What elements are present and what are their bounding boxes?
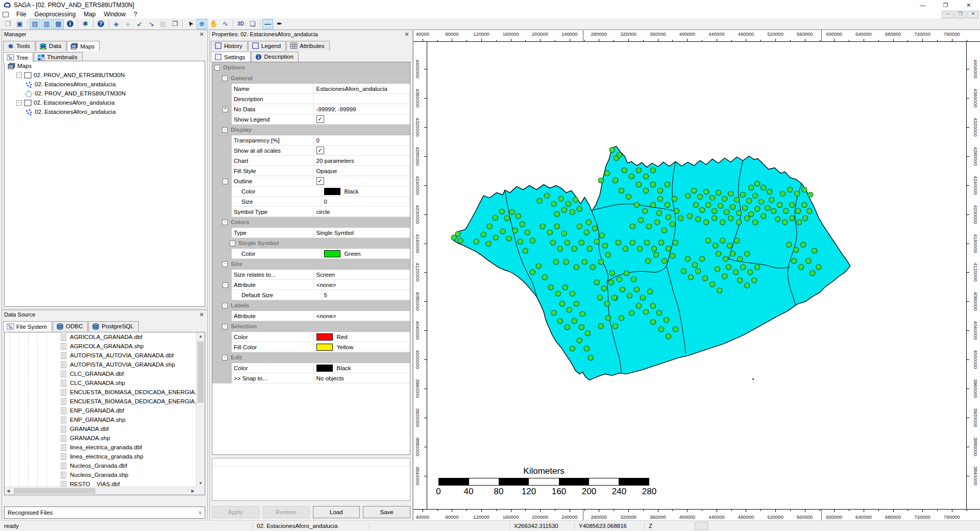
section-row[interactable]: -Display — [212, 125, 410, 135]
property-row[interactable]: Color Black — [212, 186, 410, 197]
property-row[interactable]: Default Size 5 — [212, 290, 410, 300]
section-row[interactable]: -Size — [212, 259, 410, 270]
zoom-active-layer-icon[interactable]: ↙ — [134, 19, 145, 29]
show-properties-icon[interactable]: ▦ — [53, 19, 64, 29]
object-properties-icon[interactable]: i — [65, 19, 76, 29]
section-row[interactable]: -Options — [212, 62, 410, 73]
file-item[interactable]: CLC_GRANADA.shp — [5, 378, 205, 388]
section-row[interactable]: -Colors — [212, 217, 410, 228]
property-row[interactable]: Chart 20 parameters — [212, 156, 410, 166]
tool-libraries-icon[interactable]: ✱ — [80, 19, 91, 29]
file-filter-combo[interactable]: Recognised Files ˅ — [4, 506, 205, 519]
mdi-minimize-button[interactable]: — — [942, 11, 953, 18]
property-row[interactable]: Fill Style Opaque — [212, 166, 410, 176]
file-item[interactable]: AGRICOLA_GRANADA.shp — [5, 342, 205, 351]
expander-icon[interactable]: - — [222, 261, 228, 267]
open-file-icon[interactable]: ❒ — [3, 19, 13, 29]
property-row[interactable]: Attribute <none> — [212, 311, 410, 321]
view-3d-icon[interactable]: 3D — [235, 19, 246, 29]
property-row[interactable]: Name EstacionesAforo_andalucia — [212, 84, 410, 94]
tab-legend[interactable]: Legend — [248, 41, 286, 51]
property-row[interactable]: Description — [212, 94, 410, 104]
expander-icon[interactable]: - — [222, 324, 228, 329]
color-swatch[interactable] — [324, 188, 340, 195]
print-map-icon[interactable]: ❏ — [247, 19, 258, 29]
expander-icon[interactable]: - — [214, 65, 220, 70]
help-icon[interactable]: ? — [95, 19, 106, 29]
tree-item[interactable]: 02. EstacionesAforo_andalucia — [5, 107, 205, 116]
data-source-close-icon[interactable]: ✕ — [198, 311, 205, 320]
file-list[interactable]: AGRICOLA_GRANADA.dbfAGRICOLA_GRANADA.shp… — [4, 332, 205, 495]
file-item[interactable]: linea_electrica_granada.dbf — [5, 443, 205, 452]
property-row[interactable]: Show Legend ✓ — [212, 114, 410, 125]
file-item[interactable]: AUTOPISTA_AUTOVIA_GRANADA.dbf — [5, 351, 205, 360]
property-row[interactable]: - Attribute <none> — [212, 280, 410, 290]
property-row[interactable]: - Outline ✓ — [212, 176, 410, 186]
property-row[interactable]: + No Data -99999; -99999 — [212, 104, 410, 114]
file-item[interactable]: Nucleos_Granada.shp — [5, 470, 205, 479]
expander-icon[interactable]: - — [223, 179, 228, 184]
expander-icon[interactable]: - — [223, 282, 228, 288]
mdi-close-button[interactable]: ✕ — [967, 11, 979, 18]
property-row[interactable]: Size relates to... Screen — [212, 270, 410, 280]
property-row[interactable]: Color Green — [212, 249, 410, 259]
pan-tool-icon[interactable]: ✋ — [208, 19, 219, 29]
file-item[interactable]: ENP_GRANADA.shp — [5, 415, 205, 424]
tab-settings[interactable]: Settings — [211, 52, 251, 62]
vertical-scrollbar[interactable]: ▲▼ — [196, 332, 205, 495]
file-item[interactable]: AGRICOLA_GRANADA.dbf — [5, 332, 205, 342]
manager-close-icon[interactable]: ✕ — [198, 31, 205, 40]
close-button[interactable]: ✕ — [957, 0, 980, 10]
tab-file-system[interactable]: File System — [3, 321, 52, 331]
property-row[interactable]: Transparency [%] 0 — [212, 135, 410, 146]
expander-icon[interactable]: - — [222, 76, 228, 81]
property-row[interactable]: >> Snap to... No objects — [212, 373, 410, 383]
section-row[interactable]: -Selection — [212, 321, 410, 332]
menu-file[interactable]: File — [12, 10, 30, 18]
tree-item[interactable]: 02. PROV_AND_ETRS89UTM30N — [5, 89, 205, 98]
tree-item[interactable]: Maps — [5, 61, 205, 70]
file-item[interactable]: ENP_GRANADA.dbf — [5, 406, 205, 415]
property-row[interactable]: Type Single Symbol — [212, 228, 410, 238]
measure-distance-icon[interactable]: ∿ — [220, 19, 231, 29]
zoom-full-extent-icon[interactable]: ◈ — [111, 19, 121, 29]
checkbox-checked-icon[interactable]: ✓ — [316, 115, 324, 123]
maps-tree[interactable]: Maps-02. PROV_AND_ETRS89UTM30N02. Estaci… — [4, 61, 205, 307]
menu-map[interactable]: Map — [80, 10, 100, 18]
section-row[interactable]: -Single Symbol — [212, 238, 410, 249]
pointer-tool-icon[interactable]: ➤ — [183, 16, 197, 31]
tab-tools[interactable]: Tools — [3, 41, 35, 51]
map-canvas[interactable]: Kilometers 04080120160200240280 — [427, 42, 966, 509]
mdi-restore-button[interactable]: ❐ — [954, 11, 966, 18]
file-item[interactable]: Nucleos_Granada.dbf — [5, 461, 205, 470]
color-swatch[interactable] — [316, 365, 333, 372]
section-row[interactable]: -Labels — [212, 300, 410, 311]
file-item[interactable]: CLC_GRANADA.dbf — [5, 369, 205, 378]
horizontal-scrollbar[interactable]: ◀▶ — [5, 487, 197, 495]
tab-maps[interactable]: Maps — [67, 41, 100, 51]
menu-geoprocessing[interactable]: Geoprocessing — [30, 10, 80, 18]
expander-icon[interactable]: - — [230, 240, 235, 246]
tab-odbc[interactable]: ODBC — [53, 321, 88, 331]
property-row[interactable]: Color Red — [212, 332, 410, 342]
property-row[interactable]: Symbol Type circle — [212, 207, 410, 217]
file-item[interactable]: ENCUESTA_BIOMASA_DEDICADA_ENERGIA.shp — [5, 397, 205, 406]
menu-help[interactable]: ? — [130, 10, 141, 18]
tree-item[interactable]: -02. EstacionesAforo_andalucia — [5, 98, 205, 107]
show-manager-icon[interactable]: ▤ — [30, 19, 40, 29]
property-row[interactable]: Fill Color Yellow — [212, 342, 410, 352]
file-item[interactable]: ENCUESTA_BIOMASA_DEDICADA_ENERGIA.dbf — [5, 388, 205, 397]
expander-icon[interactable]: - — [222, 220, 228, 225]
restore-button[interactable]: ❐ — [934, 0, 957, 10]
tree-item[interactable]: -02. PROV_AND_ETRS89UTM30N — [5, 70, 205, 80]
property-row[interactable]: Color Black — [212, 363, 410, 373]
file-item[interactable]: AUTOPISTA_AUTOVIA_GRANADA.shp — [5, 360, 205, 369]
menu-window[interactable]: Window — [100, 10, 130, 18]
file-item[interactable]: GRANADA.shp — [5, 433, 205, 443]
color-swatch[interactable] — [324, 250, 340, 257]
properties-close-icon[interactable]: ✕ — [403, 31, 410, 40]
tab-data[interactable]: Data — [36, 41, 66, 51]
checkbox-checked-icon[interactable]: ✓ — [316, 147, 324, 154]
property-row[interactable]: Size 0 — [212, 197, 410, 207]
load-button[interactable]: Load — [313, 506, 360, 518]
